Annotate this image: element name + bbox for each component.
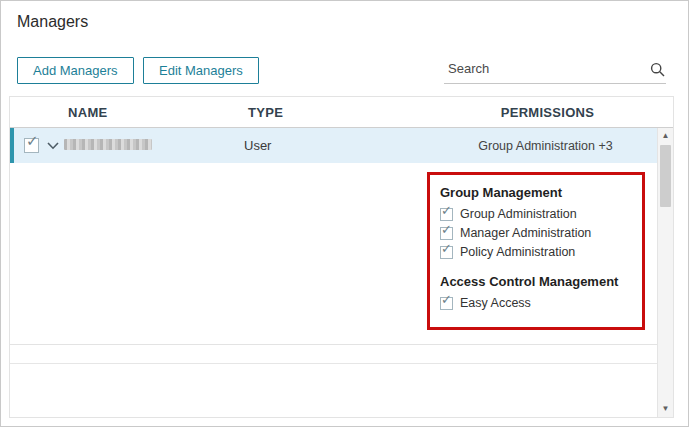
page-title: Managers (17, 13, 88, 31)
checkbox-checked-icon[interactable]: ✓ (440, 227, 453, 240)
permission-label: Group Administration (460, 207, 577, 221)
manager-type-cell: User (244, 138, 434, 153)
scrollbar[interactable]: ▲ ▼ (657, 128, 673, 417)
permission-label: Policy Administration (460, 245, 575, 259)
permissions-summary-cell: Group Administration +3 (434, 139, 657, 153)
permissions-section-heading: Group Management (440, 185, 632, 200)
edit-managers-button[interactable]: Edit Managers (143, 57, 259, 84)
table-row[interactable]: ✓ User Group Administration +3 (10, 128, 673, 163)
scrollbar-thumb[interactable] (660, 145, 671, 207)
scroll-up-arrow-icon[interactable]: ▲ (658, 128, 673, 144)
add-managers-button[interactable]: Add Managers (17, 57, 134, 84)
permission-item: ✓ Easy Access (440, 296, 632, 310)
managers-table: NAME TYPE PERMISSIONS ✓ (9, 96, 674, 418)
permission-label: Manager Administration (460, 226, 591, 240)
search-box (444, 56, 666, 84)
chevron-down-icon[interactable] (47, 142, 59, 150)
permission-item: ✓ Manager Administration (440, 226, 632, 240)
checkbox-checked-icon[interactable]: ✓ (440, 208, 453, 221)
managers-panel: Managers Add Managers Edit Managers NAME… (0, 0, 689, 427)
column-header-name: NAME (64, 105, 244, 120)
row-checkbox-checked-icon[interactable]: ✓ (24, 138, 39, 153)
column-header-permissions: PERMISSIONS (434, 105, 657, 120)
annotation-highlight-box: Group Management ✓ Group Administration … (427, 172, 645, 330)
checkbox-checked-icon[interactable]: ✓ (440, 246, 453, 259)
empty-table-row (10, 345, 673, 364)
search-input[interactable] (444, 61, 648, 78)
scroll-down-arrow-icon[interactable]: ▼ (658, 401, 673, 417)
search-icon[interactable] (648, 62, 666, 77)
permission-item: ✓ Policy Administration (440, 245, 632, 259)
table-body: ✓ User Group Administration +3 Group (10, 128, 673, 417)
permission-label: Easy Access (460, 296, 531, 310)
checkbox-checked-icon[interactable]: ✓ (440, 297, 453, 310)
permissions-section-heading: Access Control Management (440, 274, 632, 289)
column-header-type: TYPE (244, 105, 434, 120)
expanded-permissions-detail: Group Management ✓ Group Administration … (10, 163, 673, 345)
permission-item: ✓ Group Administration (440, 207, 632, 221)
manager-name-redacted (64, 138, 244, 153)
table-header-row: NAME TYPE PERMISSIONS (10, 97, 673, 128)
